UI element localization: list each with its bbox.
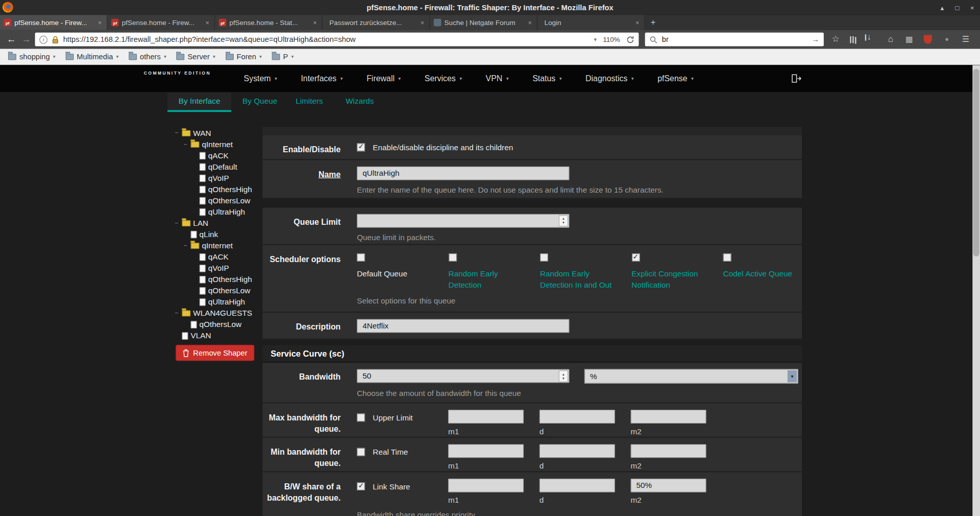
real-m2-input[interactable] — [631, 444, 706, 458]
page-content: COMMUNITY EDITION System▾ Interfaces▾ Fi… — [0, 65, 980, 516]
bookmark-folder-p[interactable]: P▾ — [267, 50, 298, 63]
real-d-input[interactable] — [540, 444, 615, 458]
tab-close-icon[interactable]: × — [419, 19, 426, 27]
red-checkbox[interactable] — [449, 253, 457, 262]
bookmark-folder-foren[interactable]: Foren▾ — [221, 50, 266, 63]
tab-limiters[interactable]: Limiters — [296, 92, 323, 112]
forward-icon[interactable]: → — [20, 30, 32, 49]
tab-close-icon[interactable]: × — [96, 19, 103, 27]
queue-limit-input[interactable] — [357, 214, 569, 228]
ublock-shield-icon[interactable] — [924, 35, 932, 44]
search-go-icon[interactable]: → — [812, 35, 820, 44]
upper-limit-checkbox[interactable] — [357, 414, 365, 422]
extension-grid-icon[interactable]: ▦ — [904, 30, 915, 49]
search-bar[interactable]: br → — [645, 33, 824, 46]
reload-icon[interactable] — [626, 35, 634, 43]
real-m1-input[interactable] — [448, 444, 524, 458]
link-share-checkbox[interactable] — [357, 482, 365, 490]
bookmark-folder-shopping[interactable]: shopping▾ — [4, 50, 60, 63]
info-icon[interactable]: i — [39, 35, 47, 43]
extension-circle-icon[interactable]: ● — [941, 30, 952, 49]
menu-diagnostics[interactable]: Diagnostics▾ — [574, 74, 646, 83]
back-icon[interactable]: ← — [5, 30, 17, 49]
menu-status[interactable]: Status▾ — [521, 74, 574, 83]
option-link[interactable]: Explicit Congestion Notification — [631, 268, 714, 291]
menu-interfaces[interactable]: Interfaces▾ — [289, 74, 355, 83]
menu-system[interactable]: System▾ — [232, 74, 289, 83]
collapse-icon[interactable]: − — [174, 130, 179, 136]
option-link[interactable]: Random Early Detection — [449, 268, 531, 291]
name-input[interactable] — [357, 167, 569, 180]
window-maximize-icon[interactable]: □ — [953, 4, 961, 11]
collapse-icon[interactable]: − — [174, 220, 179, 226]
tree-label: WLAN4GUESTS — [193, 309, 252, 318]
remove-shaper-button[interactable]: Remove Shaper — [176, 345, 254, 361]
upper-d-input[interactable] — [540, 410, 615, 424]
search-input[interactable]: br — [662, 35, 807, 44]
scrollbar-thumb[interactable] — [973, 69, 979, 256]
panel-header-partial — [262, 127, 802, 135]
tab-by-interface[interactable]: By Interface — [167, 92, 231, 112]
tab-close-icon[interactable]: × — [634, 19, 641, 27]
file-icon — [200, 186, 206, 194]
real-time-checkbox[interactable] — [357, 448, 365, 456]
upper-m1-input[interactable] — [448, 410, 524, 424]
menu-firewall[interactable]: Firewall▾ — [355, 74, 413, 83]
upper-m2-input[interactable] — [631, 410, 706, 424]
default-queue-checkbox[interactable] — [357, 253, 365, 262]
tab-close-icon[interactable]: × — [311, 19, 318, 27]
browser-tab-3[interactable]: pf pfSense.home - Stat... × — [215, 15, 323, 30]
browser-tab-1[interactable]: pf pfSense.home - Firew... × — [0, 15, 108, 30]
menu-services[interactable]: Services▾ — [413, 74, 474, 83]
option-link[interactable]: Codel Active Queue — [723, 268, 815, 279]
browser-tab-6[interactable]: Login × — [537, 15, 645, 30]
menu-pfsense[interactable]: pfSense▾ — [646, 74, 705, 83]
urlbar-dropdown-icon[interactable]: ▾ — [594, 36, 597, 42]
browser-tab-5[interactable]: Suche | Netgate Forum × — [430, 15, 537, 30]
menu-vpn[interactable]: VPN▾ — [474, 74, 521, 83]
collapse-icon[interactable]: − — [183, 243, 188, 249]
bookmark-folder-others[interactable]: others▾ — [124, 50, 170, 63]
share-m2-input[interactable] — [631, 479, 706, 492]
browser-tab-2[interactable]: pf pfSense.home - Firew... × — [108, 15, 215, 30]
spinner-icon[interactable]: ▴▾ — [559, 215, 568, 226]
bandwidth-unit-select[interactable]: % ▼ — [584, 369, 798, 383]
bookmark-folder-multimedia[interactable]: Multimedia▾ — [61, 50, 123, 63]
new-tab-button[interactable]: + — [645, 15, 662, 30]
logout-icon[interactable] — [791, 74, 801, 85]
lock-icon[interactable] — [52, 35, 59, 43]
browser-tab-4[interactable]: Passwort zurücksetze... × — [323, 15, 430, 30]
home-icon[interactable]: ⌂ — [885, 30, 896, 49]
url-bar[interactable]: i https://192.168.2.1/firewall_shaper.ph… — [35, 33, 639, 46]
window-shade-icon[interactable]: ▴ — [938, 4, 946, 12]
window-close-icon[interactable]: × — [968, 4, 976, 11]
queue-form: Enable/Disable Enable/disable discipline… — [262, 127, 802, 516]
form-row-link-share: B/W share of a backlogged queue. Link Sh… — [262, 472, 802, 516]
url-input[interactable]: https://192.168.2.1/firewall_shaper.php?… — [63, 35, 590, 44]
tab-by-queue[interactable]: By Queue — [242, 92, 277, 112]
share-d-input[interactable] — [540, 479, 615, 492]
share-m1-input[interactable] — [448, 479, 524, 492]
tree-label: qUltraHigh — [208, 298, 245, 307]
bookmark-star-icon[interactable]: ☆ — [830, 30, 841, 49]
library-icon[interactable] — [847, 30, 859, 49]
zoom-level[interactable]: 110% — [601, 36, 622, 43]
description-input[interactable] — [357, 319, 569, 333]
spinner-icon[interactable]: ▴▾ — [559, 370, 568, 382]
codel-checkbox[interactable] — [723, 253, 731, 262]
collapse-icon[interactable]: − — [174, 310, 179, 316]
tab-close-icon[interactable]: × — [204, 19, 211, 27]
rio-checkbox[interactable] — [540, 253, 548, 262]
option-link[interactable]: Random Early Detection In and Out — [540, 268, 623, 291]
collapse-icon[interactable]: − — [183, 142, 188, 148]
menu-icon[interactable]: ☰ — [960, 30, 971, 49]
page-scrollbar[interactable] — [972, 65, 980, 516]
bandwidth-input[interactable] — [357, 369, 569, 383]
name-help-text: Enter the name of the queue here. Do not… — [357, 186, 793, 195]
enable-checkbox[interactable] — [357, 144, 365, 152]
ecn-checkbox[interactable] — [631, 253, 640, 262]
bookmark-folder-server[interactable]: Server▾ — [172, 50, 220, 63]
tab-wizards[interactable]: Wizards — [346, 92, 374, 112]
download-icon[interactable]: → — [861, 32, 879, 43]
tab-close-icon[interactable]: × — [527, 19, 533, 27]
